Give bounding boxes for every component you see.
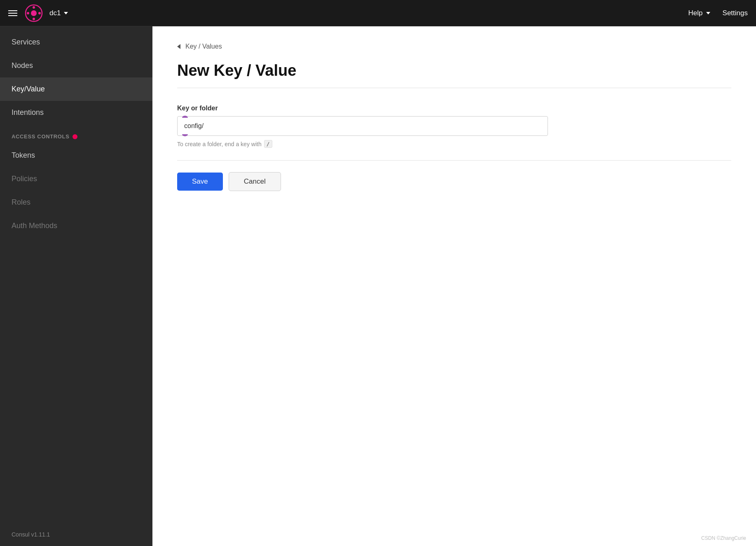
form-section: Key or folder To create a folder, end a … xyxy=(177,100,731,148)
sidebar-item-policies[interactable]: Policies xyxy=(0,167,152,191)
hamburger-menu[interactable] xyxy=(8,10,17,16)
key-input-wrapper xyxy=(177,116,731,136)
input-decorator-top xyxy=(182,114,188,118)
watermark: CSDN ©ZhangCurie xyxy=(701,535,746,541)
save-button[interactable]: Save xyxy=(177,173,223,191)
breadcrumb[interactable]: Key / Values xyxy=(177,43,731,50)
layout: Services Nodes Key/Value Intentions ACCE… xyxy=(0,26,756,546)
hint-code: / xyxy=(264,140,272,148)
svg-point-3 xyxy=(33,18,35,20)
svg-point-1 xyxy=(31,10,37,16)
svg-point-2 xyxy=(33,6,35,9)
sidebar-item-intentions[interactable]: Intentions xyxy=(0,101,152,124)
sidebar-version: Consul v1.11.1 xyxy=(0,523,152,546)
svg-point-5 xyxy=(38,12,41,14)
key-input[interactable] xyxy=(177,116,548,136)
sidebar-item-services[interactable]: Services xyxy=(0,30,152,54)
breadcrumb-label: Key / Values xyxy=(185,43,222,50)
datacenter-chevron-icon xyxy=(64,12,68,14)
main-content: Key / Values New Key / Value Key or fold… xyxy=(152,26,756,546)
sidebar-item-roles[interactable]: Roles xyxy=(0,191,152,214)
sidebar-item-tokens[interactable]: Tokens xyxy=(0,144,152,167)
consul-logo xyxy=(25,4,43,22)
nav-right: Help Settings xyxy=(688,9,748,17)
breadcrumb-back-icon xyxy=(177,44,180,49)
sidebar-item-nodes[interactable]: Nodes xyxy=(0,54,152,77)
cancel-button[interactable]: Cancel xyxy=(229,172,281,191)
sidebar-item-auth-methods[interactable]: Auth Methods xyxy=(0,214,152,238)
page-title: New Key / Value xyxy=(177,62,731,88)
input-decorator-bottom xyxy=(182,134,188,138)
key-label: Key or folder xyxy=(177,105,731,112)
form-divider xyxy=(177,160,731,161)
help-label: Help xyxy=(688,9,703,17)
datacenter-label: dc1 xyxy=(49,9,61,17)
settings-link[interactable]: Settings xyxy=(723,9,748,17)
sidebar-item-keyvalue[interactable]: Key/Value xyxy=(0,77,152,101)
logo-area xyxy=(25,4,43,22)
help-menu[interactable]: Help xyxy=(688,9,710,17)
hint-text: To create a folder, end a key with / xyxy=(177,140,731,148)
access-controls-badge xyxy=(73,134,77,139)
top-navbar: dc1 Help Settings xyxy=(0,0,756,26)
svg-point-4 xyxy=(27,12,29,14)
sidebar: Services Nodes Key/Value Intentions ACCE… xyxy=(0,26,152,546)
button-group: Save Cancel xyxy=(177,172,731,191)
help-chevron-icon xyxy=(706,12,710,14)
access-controls-section: ACCESS CONTROLS xyxy=(0,124,152,144)
datacenter-selector[interactable]: dc1 xyxy=(49,9,68,17)
